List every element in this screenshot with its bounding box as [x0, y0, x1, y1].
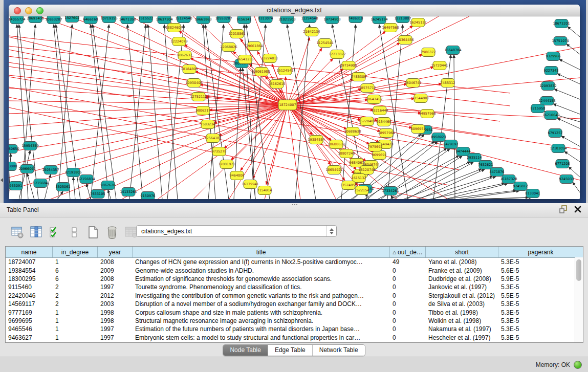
- graph-node[interactable]: 6771208: [555, 160, 570, 168]
- table-row[interactable]: 1456911722003Disruption of a novel membe…: [6, 300, 583, 308]
- graph-node[interactable]: 16497568: [382, 24, 399, 32]
- graph-node[interactable]: 9245012: [513, 182, 528, 191]
- graph-node[interactable]: 13224011: [261, 54, 278, 63]
- graph-node[interactable]: 22068026: [220, 43, 237, 52]
- table-row[interactable]: 1830029562008Estimation of significance …: [6, 275, 583, 283]
- graph-node[interactable]: 7485309: [352, 73, 366, 81]
- memory-status-indicator-icon[interactable]: [574, 361, 582, 369]
- graph-node[interactable]: 12156834: [78, 175, 95, 184]
- tab-network-table[interactable]: Network Table: [312, 345, 365, 356]
- graph-node[interactable]: 21021503: [278, 16, 295, 24]
- graph-node[interactable]: 18654921: [325, 166, 342, 174]
- black-edge[interactable]: [27, 173, 34, 199]
- graph-node[interactable]: 7515522: [139, 16, 154, 23]
- graph-node[interactable]: 20966091: [18, 165, 35, 173]
- splitter-grip[interactable]: [292, 204, 298, 206]
- graph-node[interactable]: 9203088: [9, 162, 17, 171]
- graph-node[interactable]: 10553287: [215, 16, 232, 23]
- graph-node[interactable]: 12444158: [538, 97, 555, 105]
- graph-node[interactable]: 13216444: [371, 106, 388, 115]
- graph-node[interactable]: 19734905: [340, 61, 357, 70]
- graph-node[interactable]: 9464806: [230, 171, 245, 180]
- graph-node[interactable]: 12213807: [394, 16, 411, 23]
- table-row[interactable]: 911546021997Tourette syndrome. Phenomeno…: [6, 283, 583, 291]
- graph-node[interactable]: 19661863: [194, 16, 211, 24]
- table-panel-header[interactable]: Table Panel: [0, 203, 588, 217]
- clear-selection-icon[interactable]: [67, 225, 81, 239]
- graph-node[interactable]: 6466160: [83, 16, 98, 24]
- column-header-title[interactable]: title: [133, 247, 390, 257]
- red-edge[interactable]: [9, 105, 288, 114]
- graph-node[interactable]: 16187328: [500, 175, 517, 184]
- table-settings-icon[interactable]: [10, 225, 25, 239]
- graph-node[interactable]: 1215684: [33, 179, 48, 188]
- graph-node[interactable]: 8215958: [531, 104, 546, 113]
- black-edge[interactable]: [554, 89, 580, 99]
- graph-node[interactable]: 15751074: [552, 37, 569, 46]
- graph-node[interactable]: 9156341: [237, 16, 252, 24]
- graph-node[interactable]: 10647457: [365, 95, 382, 104]
- panel-collapse-arrow-icon[interactable]: [1, 178, 3, 182]
- graph-node[interactable]: 10719155: [100, 16, 117, 23]
- graph-node[interactable]: 9150976: [141, 192, 156, 200]
- graph-node[interactable]: 8133041: [526, 189, 540, 198]
- red-edge[interactable]: [9, 105, 288, 165]
- graph-node[interactable]: 9329966: [546, 52, 561, 61]
- black-edge[interactable]: [433, 55, 451, 199]
- black-edge[interactable]: [93, 25, 116, 199]
- graph-node[interactable]: 18637304: [156, 16, 172, 24]
- graph-node[interactable]: 16541235: [236, 55, 253, 64]
- table-row[interactable]: 946362711997Embryonic stem cells: a mode…: [6, 334, 583, 342]
- new-document-icon[interactable]: [86, 225, 100, 239]
- vertical-scrollbar[interactable]: [575, 257, 583, 342]
- graph-node[interactable]: 14957966: [419, 110, 435, 118]
- close-panel-icon[interactable]: [574, 205, 582, 213]
- black-edge[interactable]: [243, 68, 255, 199]
- graph-node[interactable]: 17081971: [218, 160, 235, 169]
- column-header-short[interactable]: short: [426, 247, 498, 257]
- black-edge[interactable]: [557, 74, 580, 84]
- graph-node[interactable]: 14671358: [119, 16, 136, 24]
- graph-node[interactable]: 7485312: [441, 79, 455, 87]
- graph-node[interactable]: 16120746: [358, 166, 375, 174]
- graph-node[interactable]: 2522154: [355, 186, 369, 195]
- graph-node[interactable]: 9862637: [178, 51, 192, 60]
- graph-node[interactable]: 10688639: [328, 140, 344, 149]
- graph-node[interactable]: 12564181: [204, 134, 221, 143]
- graph-node[interactable]: 12213822: [329, 50, 345, 59]
- graph-node[interactable]: 22191805: [64, 168, 81, 177]
- scrollbar-thumb[interactable]: [576, 259, 581, 281]
- table-row[interactable]: 977716911998Corpus callosum shape and si…: [6, 308, 583, 316]
- table-row[interactable]: 2242004622012Investigating the contribut…: [6, 292, 583, 300]
- graph-node[interactable]: 12103054: [550, 144, 567, 153]
- graph-node[interactable]: 15720407: [358, 117, 375, 126]
- red-edge[interactable]: [288, 78, 580, 105]
- black-edge[interactable]: [573, 182, 580, 192]
- graph-node[interactable]: 11254540: [301, 16, 318, 23]
- graph-node[interactable]: 12018861: [228, 30, 245, 38]
- graph-node[interactable]: 2935114: [467, 154, 482, 162]
- column-header-in_degree[interactable]: in_degree: [53, 247, 98, 257]
- graph-node[interactable]: 7486310: [349, 16, 363, 23]
- red-edge[interactable]: [9, 77, 469, 152]
- graph-node[interactable]: 18807249: [338, 149, 355, 158]
- column-header-out_de[interactable]: △out_de…: [390, 247, 426, 257]
- red-edge[interactable]: [266, 105, 288, 184]
- graph-node[interactable]: 15124540: [175, 16, 192, 23]
- black-edge[interactable]: [559, 59, 580, 70]
- graph-node[interactable]: 20364456: [397, 36, 413, 45]
- table-row[interactable]: 1938455462009Genome-wide association stu…: [6, 266, 583, 274]
- graph-node[interactable]: 9227343: [544, 67, 559, 75]
- graph-node[interactable]: 17334261: [382, 187, 399, 195]
- graph-node[interactable]: 15124541: [276, 67, 293, 75]
- graph-node[interactable]: 7632621: [478, 161, 493, 169]
- graph-node[interactable]: 9735278: [212, 147, 227, 156]
- graph-node[interactable]: 933091: [9, 182, 23, 190]
- graph-node[interactable]: 19661864: [246, 42, 263, 51]
- graph-node[interactable]: 7986372: [421, 48, 436, 57]
- graph-node[interactable]: 15954359: [21, 142, 38, 150]
- black-edge[interactable]: [568, 27, 580, 37]
- graph-node[interactable]: 7583234: [201, 120, 215, 129]
- tab-edge-table[interactable]: Edge Table: [268, 345, 312, 356]
- graph-node[interactable]: 19061983: [253, 68, 270, 76]
